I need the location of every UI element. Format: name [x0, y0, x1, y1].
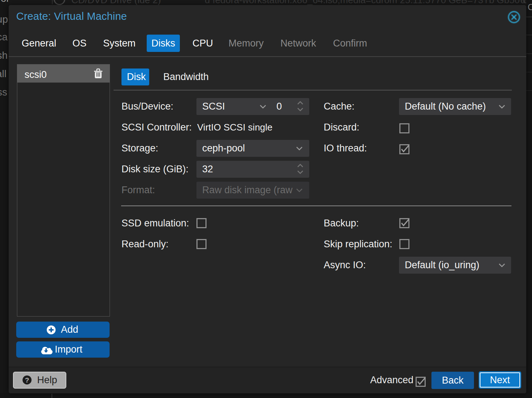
svg-text:?: ?	[25, 376, 29, 384]
